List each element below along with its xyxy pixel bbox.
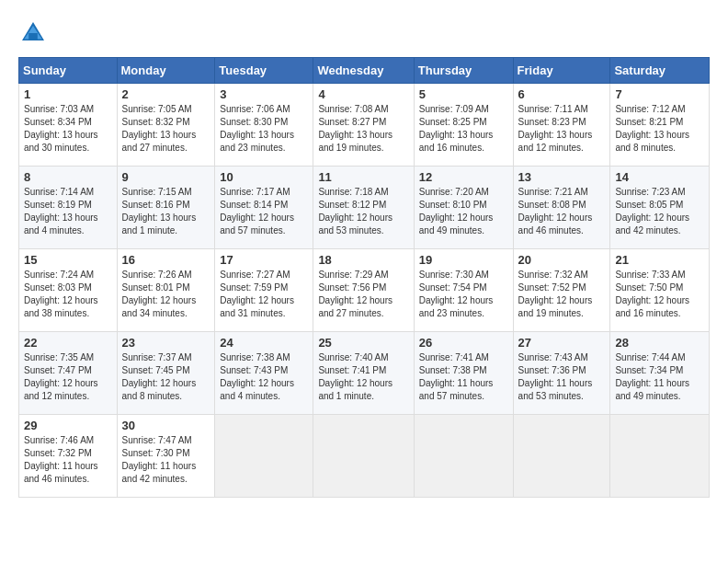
calendar-day-cell: 6Sunrise: 7:11 AM Sunset: 8:23 PM Daylig… — [513, 84, 610, 167]
day-info: Sunrise: 7:23 AM Sunset: 8:05 PM Dayligh… — [615, 186, 704, 237]
day-info: Sunrise: 7:26 AM Sunset: 8:01 PM Dayligh… — [122, 269, 210, 320]
day-number: 9 — [122, 170, 210, 184]
day-number: 23 — [122, 336, 210, 350]
day-number: 26 — [419, 336, 508, 350]
calendar-day-cell: 8Sunrise: 7:14 AM Sunset: 8:19 PM Daylig… — [19, 167, 118, 249]
day-number: 15 — [24, 253, 112, 267]
day-info: Sunrise: 7:05 AM Sunset: 8:32 PM Dayligh… — [122, 103, 210, 155]
calendar-day-cell: 14Sunrise: 7:23 AM Sunset: 8:05 PM Dayli… — [610, 167, 710, 249]
page-header — [18, 18, 710, 48]
day-header-saturday: Saturday — [610, 58, 710, 84]
calendar-day-cell: 23Sunrise: 7:37 AM Sunset: 7:45 PM Dayli… — [117, 332, 215, 415]
day-number: 21 — [615, 253, 704, 267]
calendar-day-cell: 3Sunrise: 7:06 AM Sunset: 8:30 PM Daylig… — [215, 84, 313, 167]
day-number: 1 — [24, 87, 112, 101]
calendar-week-row: 15Sunrise: 7:24 AM Sunset: 8:03 PM Dayli… — [19, 249, 710, 332]
day-info: Sunrise: 7:47 AM Sunset: 7:30 PM Dayligh… — [122, 434, 210, 486]
calendar-day-cell: 19Sunrise: 7:30 AM Sunset: 7:54 PM Dayli… — [414, 249, 513, 332]
calendar-day-cell — [313, 415, 414, 498]
day-header-sunday: Sunday — [19, 58, 118, 84]
day-info: Sunrise: 7:43 AM Sunset: 7:36 PM Dayligh… — [518, 351, 606, 403]
day-number: 28 — [615, 336, 704, 350]
day-number: 3 — [220, 87, 308, 101]
calendar-day-cell: 16Sunrise: 7:26 AM Sunset: 8:01 PM Dayli… — [117, 249, 215, 332]
day-info: Sunrise: 7:44 AM Sunset: 7:34 PM Dayligh… — [615, 351, 704, 403]
day-number: 30 — [122, 419, 210, 432]
svg-rect-2 — [28, 33, 38, 40]
calendar-day-cell — [414, 415, 513, 498]
day-number: 18 — [318, 253, 408, 267]
day-info: Sunrise: 7:12 AM Sunset: 8:21 PM Dayligh… — [615, 103, 704, 155]
day-info: Sunrise: 7:32 AM Sunset: 7:52 PM Dayligh… — [518, 269, 606, 320]
day-info: Sunrise: 7:20 AM Sunset: 8:10 PM Dayligh… — [419, 186, 508, 237]
calendar-week-row: 29Sunrise: 7:46 AM Sunset: 7:32 PM Dayli… — [19, 415, 710, 498]
day-info: Sunrise: 7:24 AM Sunset: 8:03 PM Dayligh… — [24, 269, 112, 320]
day-number: 5 — [419, 87, 508, 101]
day-info: Sunrise: 7:17 AM Sunset: 8:14 PM Dayligh… — [220, 186, 308, 237]
day-info: Sunrise: 7:30 AM Sunset: 7:54 PM Dayligh… — [419, 269, 508, 320]
day-number: 2 — [122, 87, 210, 101]
calendar-day-cell: 15Sunrise: 7:24 AM Sunset: 8:03 PM Dayli… — [19, 249, 118, 332]
day-info: Sunrise: 7:14 AM Sunset: 8:19 PM Dayligh… — [24, 186, 112, 237]
day-number: 27 — [518, 336, 606, 350]
day-header-friday: Friday — [513, 58, 610, 84]
day-header-wednesday: Wednesday — [313, 58, 414, 84]
calendar-day-cell: 12Sunrise: 7:20 AM Sunset: 8:10 PM Dayli… — [414, 167, 513, 249]
calendar-day-cell: 7Sunrise: 7:12 AM Sunset: 8:21 PM Daylig… — [610, 84, 710, 167]
day-info: Sunrise: 7:08 AM Sunset: 8:27 PM Dayligh… — [318, 103, 408, 155]
day-info: Sunrise: 7:27 AM Sunset: 7:59 PM Dayligh… — [220, 269, 308, 320]
calendar-day-cell: 13Sunrise: 7:21 AM Sunset: 8:08 PM Dayli… — [513, 167, 610, 249]
calendar-day-cell — [610, 415, 710, 498]
day-info: Sunrise: 7:09 AM Sunset: 8:25 PM Dayligh… — [419, 103, 508, 155]
day-number: 22 — [24, 336, 112, 350]
calendar-day-cell: 29Sunrise: 7:46 AM Sunset: 7:32 PM Dayli… — [19, 415, 118, 498]
day-header-tuesday: Tuesday — [215, 58, 313, 84]
day-number: 10 — [220, 170, 308, 184]
calendar-day-cell: 30Sunrise: 7:47 AM Sunset: 7:30 PM Dayli… — [117, 415, 215, 498]
day-info: Sunrise: 7:03 AM Sunset: 8:34 PM Dayligh… — [24, 103, 112, 155]
day-info: Sunrise: 7:11 AM Sunset: 8:23 PM Dayligh… — [518, 103, 606, 155]
day-number: 12 — [419, 170, 508, 184]
day-info: Sunrise: 7:38 AM Sunset: 7:43 PM Dayligh… — [220, 351, 308, 403]
day-info: Sunrise: 7:41 AM Sunset: 7:38 PM Dayligh… — [419, 351, 508, 403]
day-number: 25 — [318, 336, 408, 350]
day-info: Sunrise: 7:33 AM Sunset: 7:50 PM Dayligh… — [615, 269, 704, 320]
logo — [18, 18, 51, 48]
day-number: 4 — [318, 87, 408, 101]
day-number: 29 — [24, 419, 112, 432]
day-number: 19 — [419, 253, 508, 267]
day-number: 7 — [615, 87, 704, 101]
day-info: Sunrise: 7:35 AM Sunset: 7:47 PM Dayligh… — [24, 351, 112, 403]
calendar-day-cell: 10Sunrise: 7:17 AM Sunset: 8:14 PM Dayli… — [215, 167, 313, 249]
day-info: Sunrise: 7:18 AM Sunset: 8:12 PM Dayligh… — [318, 186, 408, 237]
day-info: Sunrise: 7:29 AM Sunset: 7:56 PM Dayligh… — [318, 269, 408, 320]
calendar-table: SundayMondayTuesdayWednesdayThursdayFrid… — [18, 57, 710, 498]
calendar-day-cell: 21Sunrise: 7:33 AM Sunset: 7:50 PM Dayli… — [610, 249, 710, 332]
calendar-day-cell: 25Sunrise: 7:40 AM Sunset: 7:41 PM Dayli… — [313, 332, 414, 415]
day-info: Sunrise: 7:46 AM Sunset: 7:32 PM Dayligh… — [24, 434, 112, 486]
day-info: Sunrise: 7:37 AM Sunset: 7:45 PM Dayligh… — [122, 351, 210, 403]
day-number: 11 — [318, 170, 408, 184]
day-number: 14 — [615, 170, 704, 184]
calendar-day-cell: 9Sunrise: 7:15 AM Sunset: 8:16 PM Daylig… — [117, 167, 215, 249]
logo-icon — [18, 18, 48, 48]
calendar-day-cell: 27Sunrise: 7:43 AM Sunset: 7:36 PM Dayli… — [513, 332, 610, 415]
calendar-day-cell: 24Sunrise: 7:38 AM Sunset: 7:43 PM Dayli… — [215, 332, 313, 415]
day-number: 17 — [220, 253, 308, 267]
day-header-monday: Monday — [117, 58, 215, 84]
calendar-day-cell: 11Sunrise: 7:18 AM Sunset: 8:12 PM Dayli… — [313, 167, 414, 249]
calendar-day-cell: 18Sunrise: 7:29 AM Sunset: 7:56 PM Dayli… — [313, 249, 414, 332]
calendar-day-cell — [513, 415, 610, 498]
day-number: 13 — [518, 170, 606, 184]
calendar-day-cell: 28Sunrise: 7:44 AM Sunset: 7:34 PM Dayli… — [610, 332, 710, 415]
day-number: 20 — [518, 253, 606, 267]
calendar-day-cell — [215, 415, 313, 498]
calendar-day-cell: 22Sunrise: 7:35 AM Sunset: 7:47 PM Dayli… — [19, 332, 118, 415]
day-info: Sunrise: 7:15 AM Sunset: 8:16 PM Dayligh… — [122, 186, 210, 237]
calendar-header-row: SundayMondayTuesdayWednesdayThursdayFrid… — [19, 58, 710, 84]
calendar-day-cell: 5Sunrise: 7:09 AM Sunset: 8:25 PM Daylig… — [414, 84, 513, 167]
calendar-week-row: 22Sunrise: 7:35 AM Sunset: 7:47 PM Dayli… — [19, 332, 710, 415]
day-header-thursday: Thursday — [414, 58, 513, 84]
calendar-day-cell: 4Sunrise: 7:08 AM Sunset: 8:27 PM Daylig… — [313, 84, 414, 167]
day-number: 6 — [518, 87, 606, 101]
